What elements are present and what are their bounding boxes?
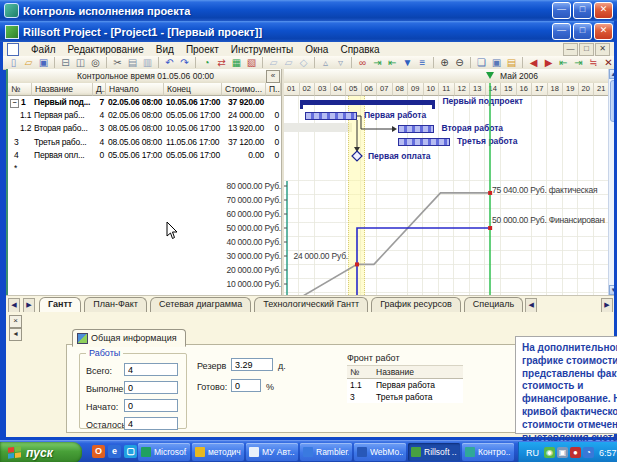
column-header-0[interactable]: №	[8, 83, 32, 96]
info-panel-collapse-button[interactable]: ◂	[9, 328, 22, 341]
view-chart-icon[interactable]: ▣	[489, 57, 504, 69]
control-time-icon[interactable]: ▧	[244, 57, 259, 69]
column-header-5[interactable]: Стоимо...	[222, 83, 266, 96]
summary-bar[interactable]	[300, 100, 435, 105]
expand-toggle[interactable]: −	[10, 99, 19, 108]
new-icon[interactable]: ▯	[6, 57, 21, 69]
antivirus-icon[interactable]: ●	[570, 447, 581, 458]
view-tab-1[interactable]: План-Факт	[84, 297, 147, 312]
minimize-button[interactable]: —	[552, 23, 571, 40]
compare-icon[interactable]: ⇄	[214, 57, 229, 69]
column-header-3[interactable]: Начало	[106, 83, 164, 96]
column-header-4[interactable]: Конец	[164, 83, 222, 96]
ready-field[interactable]	[231, 379, 261, 392]
works-field-3[interactable]	[124, 417, 178, 430]
level-left-icon[interactable]: ⇤	[556, 57, 571, 69]
view-table-icon[interactable]: ❏	[474, 57, 489, 69]
actual-data-icon[interactable]: ◔	[199, 57, 214, 69]
print-preview-icon[interactable]: ◫	[73, 57, 88, 69]
display-icon[interactable]: ▣	[557, 447, 568, 458]
outer-close-button[interactable]: ✕	[594, 2, 613, 19]
menu-5[interactable]: Окна	[299, 43, 334, 56]
paste-icon[interactable]: ▥	[140, 57, 155, 69]
zoom-out-icon[interactable]: ⊖	[452, 57, 467, 69]
new-milestone-icon[interactable]: ◇	[296, 57, 311, 69]
tabs-more-right-button[interactable]: ▶	[601, 298, 613, 313]
plan-fact-icon[interactable]: ▦	[229, 57, 244, 69]
works-field-2[interactable]	[124, 399, 178, 412]
menu-0[interactable]: Файл	[25, 43, 62, 56]
update-icon[interactable]: ◉	[544, 447, 555, 458]
language-indicator[interactable]: RU	[526, 448, 539, 458]
tabs-scroll-right-button[interactable]: ▶	[23, 298, 35, 313]
taskbar-button-3[interactable]: Rambler...	[300, 443, 352, 461]
view-tab-2[interactable]: Сетевая диаграмма	[150, 297, 251, 312]
table-row-*[interactable]: *	[8, 162, 281, 175]
table-row-3[interactable]: 3Третья рабо...408.05.06 08:0011.05.06 1…	[8, 136, 281, 149]
report-icon[interactable]: ▤	[504, 57, 519, 69]
messenger-icon[interactable]: ◔	[583, 447, 594, 458]
view-tab-5[interactable]: Специаль	[464, 297, 524, 312]
zoom-in-icon[interactable]: ⊕	[437, 57, 452, 69]
front-row-0[interactable]: 1.1Первая работа	[347, 379, 463, 391]
menu-3[interactable]: Проект	[180, 43, 225, 56]
view-tab-3[interactable]: Технологический Гантт	[254, 297, 368, 312]
save-icon[interactable]: ▣	[36, 57, 51, 69]
split-icon[interactable]: ≒	[586, 57, 601, 69]
tabs-more-left-button[interactable]: ◀	[525, 298, 537, 313]
collapse-table-button[interactable]: «	[266, 70, 280, 83]
reserve-field[interactable]	[231, 358, 273, 371]
maximize-button[interactable]: □	[573, 23, 592, 40]
table-row-1[interactable]: −1Первый под...702.05.06 08:0010.05.06 1…	[8, 96, 281, 109]
mdi-button-0[interactable]: —	[563, 43, 578, 56]
copy-icon[interactable]: ▤	[125, 57, 140, 69]
show-desktop-icon[interactable]: ▢	[124, 445, 137, 458]
table-row-1.1[interactable]: 1.1Первая раб...402.05.06 08:0005.05.06 …	[8, 109, 281, 122]
table-row-4[interactable]: 4Первая опл...005.05.06 17:0005.05.06 17…	[8, 149, 281, 162]
new-task-icon[interactable]: ▱	[266, 57, 281, 69]
tabs-scroll-left-button[interactable]: ◀	[8, 298, 20, 313]
browser-opera-icon[interactable]: O	[92, 445, 105, 458]
redo-icon[interactable]: ↷	[177, 57, 192, 69]
taskbar-button-2[interactable]: МУ Авт...	[246, 443, 298, 461]
view-tab-0[interactable]: Гантт	[39, 297, 81, 312]
taskbar-button-6[interactable]: Контро...	[462, 443, 514, 461]
view-tab-4[interactable]: График ресурсов	[371, 297, 461, 312]
internet-explorer-icon[interactable]: e	[108, 445, 121, 458]
works-field-1[interactable]	[124, 381, 178, 394]
task-bar-1[interactable]	[398, 125, 435, 133]
menu-6[interactable]: Справка	[334, 43, 385, 56]
menu-2[interactable]: Вид	[150, 43, 180, 56]
tab-general-info[interactable]: Общая информация	[72, 329, 186, 347]
table-row-1.2[interactable]: 1.2Вторая рабо...308.05.06 08:0010.05.06…	[8, 122, 281, 135]
undo-icon[interactable]: ↶	[162, 57, 177, 69]
shift-left-icon[interactable]: ◀	[526, 57, 541, 69]
task-bar-0[interactable]	[305, 112, 357, 120]
taskbar-button-1[interactable]: методич...	[192, 443, 244, 461]
new-subtask-icon[interactable]: ▱	[281, 57, 296, 69]
cut-icon[interactable]: ✂	[110, 57, 125, 69]
start-button[interactable]: пуск	[0, 442, 82, 462]
column-header-6[interactable]: П..	[266, 83, 281, 96]
shift-right-icon[interactable]: ▶	[541, 57, 556, 69]
find-icon[interactable]: ◎	[88, 57, 103, 69]
outdent-icon[interactable]: ⇤	[385, 57, 400, 69]
taskbar-button-4[interactable]: WebMo...	[354, 443, 406, 461]
column-header-2[interactable]: Д..	[93, 83, 106, 96]
task-bar-2[interactable]	[398, 138, 450, 146]
mdi-button-2[interactable]: ✕	[595, 43, 610, 56]
works-field-0[interactable]	[124, 363, 178, 376]
level-right-icon[interactable]: ⇥	[571, 57, 586, 69]
taskbar-button-0[interactable]: Microsof...	[138, 443, 190, 461]
print-icon[interactable]: ⊟	[58, 57, 73, 69]
link-tasks-icon[interactable]: ∞	[355, 57, 370, 69]
open-icon[interactable]: ▱	[21, 57, 36, 69]
mdi-button-1[interactable]: □	[579, 43, 594, 56]
sort-icon[interactable]: ≡	[415, 57, 430, 69]
taskbar-button-5[interactable]: Rillsoft ...	[408, 443, 460, 461]
outer-minimize-button[interactable]: —	[552, 2, 571, 19]
menu-4[interactable]: Инструменты	[225, 43, 299, 56]
move-up-icon[interactable]: ▵	[318, 57, 333, 69]
indent-icon[interactable]: ⇥	[370, 57, 385, 69]
info-panel-close-button[interactable]: ×	[9, 315, 22, 328]
